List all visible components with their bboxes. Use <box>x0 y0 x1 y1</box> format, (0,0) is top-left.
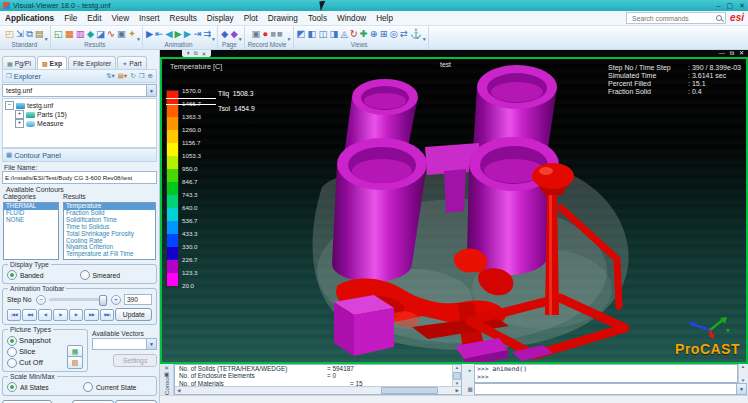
chevron-down-icon[interactable]: ▼ <box>146 85 156 96</box>
front-view-icon[interactable]: ◧ <box>308 27 317 41</box>
play-frame-button[interactable]: ▶ <box>53 309 67 321</box>
scroll-up-icon[interactable]: ▲ <box>741 364 745 369</box>
tree-node-parts-15[interactable]: +Parts (15) <box>15 110 154 119</box>
tree-node-testg-unf[interactable]: −testg.unf <box>5 101 154 110</box>
message-vscrollbar[interactable]: ▲ ▼ <box>452 365 461 386</box>
result-time-to-solidus[interactable]: Time to Solidus <box>64 224 155 231</box>
viewport-restore-icon[interactable]: ⧉ <box>730 50 734 57</box>
result-temperature[interactable]: Temperature <box>64 203 155 210</box>
tab-file-explorer[interactable]: File Explorer <box>68 56 116 69</box>
copy-icon[interactable]: ⧉ <box>26 27 33 41</box>
expand-icon[interactable]: + <box>15 110 24 119</box>
banded-radio[interactable] <box>7 270 17 280</box>
origin-icon[interactable]: ⊕ <box>370 27 378 41</box>
axes-icon[interactable]: ✚ <box>360 27 368 41</box>
menu-results[interactable]: Results <box>165 14 202 23</box>
step-plus-icon[interactable]: + <box>111 295 121 305</box>
settings-button[interactable]: Settings <box>113 354 157 367</box>
zoom-box-icon[interactable]: ◎ <box>390 27 398 41</box>
result-solidification-time[interactable]: Solidification Time <box>64 217 155 224</box>
list-view-icon[interactable]: ▤▾ <box>118 72 127 80</box>
scroll-left-icon[interactable]: ◀ <box>175 388 182 393</box>
open-folder-icon[interactable]: ◰ <box>5 27 14 41</box>
file-name-field[interactable]: E:/Installs/ESI/Test/Body CG 3-600 Rev08… <box>2 171 157 184</box>
sort-icon[interactable]: ⇅▾ <box>106 72 115 80</box>
slice-radio[interactable] <box>7 347 17 357</box>
category-thermal[interactable]: THERMAL <box>4 203 58 210</box>
category-fluid[interactable]: FLUID <box>4 210 58 217</box>
xy-plot-icon[interactable]: ∿ <box>107 27 115 41</box>
iso-surface-icon[interactable]: ◆ <box>87 27 94 41</box>
tree-node-measure[interactable]: +Measure <box>15 119 154 128</box>
refresh-icon[interactable]: ↻ <box>130 72 135 80</box>
first-frame-icon[interactable]: ⇤ <box>155 27 163 41</box>
current-state-radio[interactable] <box>83 382 93 392</box>
smeared-radio[interactable] <box>80 270 90 280</box>
tab-exp[interactable]: ▨Exp <box>37 56 67 69</box>
maximize-icon[interactable]: ▢ <box>727 2 734 10</box>
python-vscrollbar[interactable]: ▲ ▼ <box>738 364 747 383</box>
tab-part[interactable]: ✦Part <box>117 56 147 69</box>
chevron-down-icon[interactable]: ▼ <box>287 36 292 42</box>
python-input[interactable]: ▼ <box>474 383 747 395</box>
last-frame-icon[interactable]: ⇥ <box>193 27 201 41</box>
add-icon[interactable]: ⊕ <box>148 72 153 80</box>
menu-window[interactable]: Window <box>332 14 371 23</box>
menu-edit[interactable]: Edit <box>82 14 106 23</box>
collapse-icon[interactable]: − <box>5 101 14 110</box>
scroll-right-icon[interactable]: ▶ <box>454 388 461 393</box>
prev-frame-icon[interactable]: ◀ <box>165 27 172 41</box>
open-results-icon[interactable]: ◱ <box>54 27 63 41</box>
menu-help[interactable]: Help <box>371 14 398 23</box>
viewport-3d[interactable]: Temperature [C] test 1570.01466.71363.31… <box>160 57 748 364</box>
step-minus-icon[interactable]: − <box>36 295 46 305</box>
prev-page-icon[interactable]: ◆ <box>221 27 228 41</box>
next-group-frame-button[interactable]: ▶▶ <box>84 309 98 321</box>
menu-insert[interactable]: Insert <box>134 14 164 23</box>
panel-close-icon[interactable]: ✕ <box>202 51 207 57</box>
cut-plane-icon[interactable]: ◪ <box>96 27 105 41</box>
vectors-combo[interactable]: ▼ <box>92 338 157 350</box>
play-icon[interactable]: ▶ <box>175 27 182 41</box>
expand-icon[interactable]: + <box>15 119 24 128</box>
snapshot-radio[interactable] <box>7 336 17 346</box>
result-fraction-solid[interactable]: Fraction Solid <box>64 210 155 217</box>
next-page-icon[interactable]: ◆ <box>230 27 237 41</box>
chevron-down-icon[interactable]: ▼ <box>736 384 746 394</box>
anchor-icon[interactable]: ⚓ <box>410 27 422 41</box>
viewport-minimize-icon[interactable]: — <box>719 50 725 57</box>
message-hscrollbar[interactable]: ◀ ▶ <box>175 386 461 394</box>
animation-panel-icon[interactable]: ▶ <box>146 27 153 41</box>
export-animation-icon[interactable]: ⇉ <box>203 27 211 41</box>
record-icon[interactable]: ● <box>263 27 269 41</box>
menu-tools[interactable]: Tools <box>303 14 332 23</box>
prev-frame-button[interactable]: ◀ <box>38 309 52 321</box>
paste-icon[interactable]: ▤ <box>35 27 44 41</box>
all-states-radio[interactable] <box>7 382 17 392</box>
chevron-down-icon[interactable]: ▼ <box>136 36 141 42</box>
search-input[interactable] <box>630 14 716 23</box>
python-output[interactable]: >>> animend()>>> <box>474 364 738 383</box>
result-total-shrinkage-porosity[interactable]: Total Shrinkage Porosity <box>64 231 155 238</box>
step-value-field[interactable]: 390 <box>124 294 152 305</box>
menu-applications[interactable]: Applications <box>0 14 59 23</box>
pause-icon[interactable]: ▮▮ <box>270 27 275 41</box>
console-tab[interactable]: ✕ ▣ Console <box>160 364 174 395</box>
model-combo[interactable]: testg.unf ▼ <box>2 84 157 97</box>
menu-view[interactable]: View <box>106 14 134 23</box>
tab-pg-pl[interactable]: ▦Pg/Pl <box>2 56 36 69</box>
step-slider-thumb[interactable] <box>99 295 107 306</box>
iso-view-icon[interactable]: ◩ <box>297 27 306 41</box>
pan-icon[interactable]: ⇄ <box>400 27 408 41</box>
viewport-close-icon[interactable]: ✕ <box>739 50 744 57</box>
menu-display[interactable]: Display <box>202 14 239 23</box>
menu-file[interactable]: File <box>59 14 82 23</box>
chevron-down-icon[interactable]: ▼ <box>238 36 243 42</box>
step-slider[interactable] <box>49 298 108 301</box>
cutoff-radio[interactable] <box>7 358 17 368</box>
first-frame-button[interactable]: |◀◀ <box>7 309 21 321</box>
perspective-icon[interactable]: ◬ <box>340 27 347 41</box>
chevron-down-icon[interactable]: ▼ <box>422 36 427 42</box>
next-frame-button[interactable]: ▶ <box>69 309 83 321</box>
minimize-icon[interactable]: – <box>717 2 721 10</box>
